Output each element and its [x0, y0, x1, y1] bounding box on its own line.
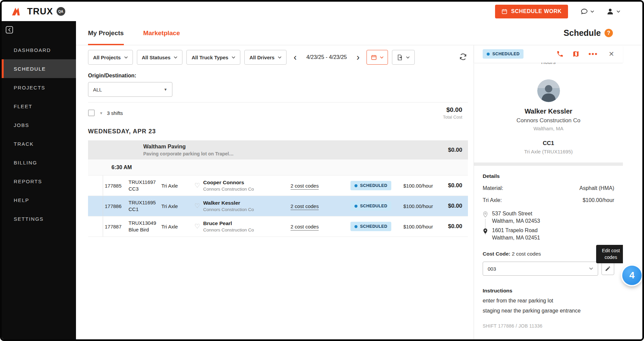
- sidebar-item-billing[interactable]: BILLING: [2, 153, 76, 172]
- favorite-heart-icon[interactable]: ♡: [194, 223, 200, 230]
- sidebar-item-schedule[interactable]: SCHEDULE: [2, 59, 76, 78]
- addresses: 537 South Street Waltham, MA 02453 1601 …: [483, 211, 614, 241]
- status-dot-icon: [354, 225, 357, 228]
- driver-name: Cooper Connors: [203, 180, 280, 186]
- account-menu[interactable]: [606, 7, 620, 15]
- driver-cell: Walker Kessler Connors Construction Co: [202, 200, 280, 212]
- day-heading: WEDNESDAY, APR 23: [88, 128, 468, 135]
- truck-cell: TRUX11697 CC3: [127, 179, 159, 193]
- origin-destination-dropdown[interactable]: ALL ▼: [88, 82, 172, 97]
- chevron-down-icon: [124, 56, 128, 59]
- shift-id: 177886: [103, 203, 127, 209]
- clipped-hours-label: Hours: [474, 63, 623, 66]
- destination-line1: 1601 Trapelo Road: [492, 227, 614, 233]
- rate: $100.00/hour: [398, 224, 446, 229]
- cost-code-select[interactable]: 003: [483, 262, 598, 276]
- cost-codes-link[interactable]: 2 cost codes: [291, 203, 319, 210]
- truck-name: Blue Bird: [129, 226, 159, 233]
- shift-row[interactable]: 177885 TRUX11697 CC3 Tri Axle ♡ Cooper C…: [88, 176, 468, 196]
- status-badge: SCHEDULED: [350, 181, 391, 190]
- refresh-button[interactable]: [458, 52, 468, 63]
- cost-code-row: Cost Code: 2 cost codes: [483, 251, 614, 257]
- screenshot-frame: TRUX QA SCHEDULE WORK: [0, 0, 644, 341]
- project-group-header[interactable]: Waltham Paving Paving corporate parking …: [88, 140, 468, 159]
- call-driver-button[interactable]: [556, 50, 564, 58]
- sidebar-item-help[interactable]: HELP: [2, 191, 76, 209]
- section-divider: [474, 162, 623, 166]
- close-panel-button[interactable]: ✕: [607, 50, 614, 58]
- project-name: Waltham Paving: [143, 143, 234, 150]
- filter-label: All Truck Types: [191, 55, 228, 60]
- truck-cell: TRUX11695 CC1: [127, 199, 159, 213]
- rate-value: $100.00/hour: [583, 197, 614, 203]
- cost-code-label: Cost Code:: [483, 251, 510, 257]
- chat-icon: [580, 7, 588, 15]
- drivers-filter[interactable]: All Drivers: [244, 50, 287, 65]
- schedule-work-button[interactable]: SCHEDULE WORK: [495, 5, 568, 18]
- truck-name: CC3: [129, 186, 159, 192]
- cost-code-value: 2 cost codes: [512, 251, 541, 257]
- statuses-filter[interactable]: All Statuses: [137, 50, 183, 65]
- sidebar-item-settings[interactable]: SETTINGS: [2, 209, 76, 228]
- driver-avatar: [537, 79, 560, 102]
- shift-id: 177887: [103, 224, 127, 229]
- status-dot-icon: [354, 205, 357, 208]
- panel-toolbar: SCHEDULED •••: [474, 45, 623, 63]
- panel-company: Connors Construction Co: [483, 117, 614, 124]
- page-title: Schedule ?: [564, 28, 613, 38]
- help-icon[interactable]: ?: [605, 29, 613, 37]
- filter-label: All Drivers: [249, 55, 274, 60]
- material-value: Asphalt (HMA): [579, 185, 614, 191]
- sidebar-item-label: PROJECTS: [14, 85, 45, 90]
- favorite-heart-icon[interactable]: ♡: [194, 182, 200, 189]
- sidebar-item-fleet[interactable]: FLEET: [2, 97, 76, 116]
- origin-destination-value: ALL: [93, 87, 102, 92]
- messages-menu[interactable]: [580, 7, 594, 15]
- edit-pencil-icon: [605, 266, 611, 272]
- sidebar-item-label: DASHBOARD: [14, 47, 51, 53]
- cost-codes-link[interactable]: 2 cost codes: [291, 183, 319, 190]
- export-dropdown-button[interactable]: [392, 50, 415, 65]
- dropdown-arrow-icon: ▼: [164, 87, 167, 91]
- avatar-photo: [537, 79, 560, 102]
- cost-codes-link[interactable]: 2 cost codes: [291, 224, 319, 230]
- status-label: SCHEDULED: [492, 52, 519, 56]
- next-date-button[interactable]: ›: [353, 53, 363, 62]
- sidebar-item-label: SETTINGS: [14, 216, 44, 222]
- chevron-down-icon[interactable]: ▾: [100, 111, 102, 116]
- shift-row[interactable]: 177887 TRUX13049 Blue Bird Tri Axle ♡ Br…: [88, 216, 468, 237]
- shift-detail-panel: SCHEDULED •••: [474, 45, 623, 339]
- driver-cell: Bruce Pearl Connors Construction Co: [202, 220, 280, 232]
- brand-name: TRUX: [27, 6, 53, 17]
- instruction-line: staging near the parking garage entrance: [483, 308, 614, 314]
- destination-address: 1601 Trapelo Road Waltham, MA 02451: [483, 227, 614, 241]
- sidebar-item-dashboard[interactable]: DASHBOARD: [2, 41, 76, 59]
- shift-row-selected[interactable]: 177886 TRUX11695 CC1 Tri Axle ♡ Walker K…: [88, 196, 468, 216]
- status-label: SCHEDULED: [360, 183, 387, 188]
- truck-types-filter[interactable]: All Truck Types: [186, 50, 240, 65]
- sidebar-item-reports[interactable]: REPORTS: [2, 172, 76, 191]
- select-all-checkbox[interactable]: [88, 110, 95, 116]
- favorite-heart-icon[interactable]: ♡: [194, 202, 200, 209]
- destination-line2: Waltham, MA 02451: [492, 235, 614, 241]
- tab-my-projects[interactable]: My Projects: [88, 21, 124, 45]
- edit-cost-codes-button[interactable]: [601, 262, 614, 275]
- row-cost: $0.00: [446, 223, 468, 230]
- truck-number: TRUX11697: [129, 179, 159, 186]
- sidebar-item-projects[interactable]: PROJECTS: [2, 78, 76, 97]
- calendar-icon: [501, 8, 507, 14]
- sidebar-item-jobs[interactable]: JOBS: [2, 116, 76, 134]
- chevron-down-icon: [174, 56, 177, 59]
- sidebar-item-track[interactable]: TRACK: [2, 134, 76, 153]
- filter-label: All Statuses: [142, 55, 171, 60]
- tab-marketplace[interactable]: Marketplace: [143, 21, 180, 45]
- edit-cost-codes-tooltip: Edit cost codes: [596, 245, 623, 263]
- collapse-sidebar-button[interactable]: [5, 26, 14, 35]
- origin-address: 537 South Street Waltham, MA 02453: [483, 211, 614, 224]
- view-map-button[interactable]: [572, 50, 580, 58]
- sidebar-item-label: REPORTS: [14, 179, 42, 184]
- calendar-dropdown-button[interactable]: [367, 50, 388, 65]
- projects-filter[interactable]: All Projects: [88, 50, 133, 65]
- previous-date-button[interactable]: ‹: [291, 53, 300, 62]
- status-dot-icon: [487, 53, 490, 56]
